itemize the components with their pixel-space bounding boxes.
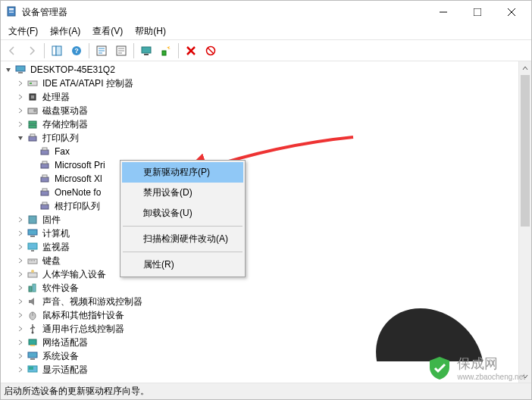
- scroll-up-icon[interactable]: [519, 61, 531, 74]
- statusbar: 启动所选设备的更新驱动程序向导。: [1, 383, 531, 399]
- tool-properties2[interactable]: [112, 42, 130, 60]
- tool-help[interactable]: ?: [67, 42, 86, 60]
- vertical-scrollbar[interactable]: [518, 61, 531, 383]
- svg-rect-13: [162, 51, 166, 55]
- chevron-right-icon[interactable]: [14, 118, 27, 130]
- tree-node-software[interactable]: 软件设备: [1, 281, 531, 295]
- root-label: DESKTOP-45E31Q2: [29, 64, 117, 75]
- svg-rect-25: [29, 136, 36, 141]
- tree-node-computer[interactable]: 计算机: [1, 227, 531, 240]
- svg-rect-35: [41, 205, 49, 209]
- svg-rect-52: [30, 358, 35, 360]
- tree-node-firmware[interactable]: 固件: [1, 213, 531, 227]
- tool-back: [3, 42, 21, 60]
- menu-action[interactable]: 操作(A): [44, 23, 86, 39]
- minimize-button[interactable]: [426, 1, 460, 23]
- svg-rect-4: [474, 8, 481, 16]
- printer-icon: [39, 145, 51, 158]
- svg-rect-40: [28, 243, 37, 249]
- close-button[interactable]: [494, 1, 528, 23]
- svg-rect-39: [30, 236, 35, 237]
- keyboard-icon: [27, 255, 39, 267]
- tool-uninstall[interactable]: [182, 42, 200, 60]
- firmware-icon: [27, 214, 39, 226]
- svg-rect-24: [29, 125, 36, 128]
- tree-node-ide[interactable]: IDE ATA/ATAPI 控制器: [1, 77, 531, 90]
- chevron-right-icon[interactable]: [14, 91, 27, 103]
- computer-icon: [14, 64, 27, 76]
- svg-point-48: [32, 332, 34, 334]
- printer-icon: [39, 200, 51, 212]
- svg-rect-12: [144, 54, 149, 55]
- tree-node-disk[interactable]: 磁盘驱动器: [1, 104, 531, 117]
- chevron-right-icon[interactable]: [14, 227, 27, 239]
- chevron-right-icon[interactable]: [14, 323, 27, 335]
- chevron-right-icon[interactable]: [14, 268, 27, 280]
- menu-file[interactable]: 文件(F): [2, 23, 44, 39]
- tree-node-hid[interactable]: 人体学输入设备: [1, 267, 531, 281]
- svg-rect-20: [31, 95, 34, 98]
- chevron-right-icon[interactable]: [14, 255, 27, 267]
- cm-scan-hardware[interactable]: 扫描检测硬件改动(A): [122, 229, 243, 249]
- tool-show-hide-tree[interactable]: [48, 42, 66, 60]
- svg-rect-50: [30, 345, 35, 346]
- tree-node-fax[interactable]: Fax: [1, 145, 531, 158]
- tool-scan-hardware[interactable]: [157, 42, 175, 60]
- svg-rect-16: [18, 72, 23, 73]
- chevron-right-icon[interactable]: [14, 350, 27, 362]
- chevron-right-icon[interactable]: [14, 309, 27, 321]
- chevron-down-icon[interactable]: [2, 64, 14, 76]
- tree-node-onenote[interactable]: OneNote fo: [1, 186, 531, 199]
- cm-disable-device[interactable]: 禁用设备(D): [122, 183, 243, 203]
- tool-computer[interactable]: [137, 42, 155, 60]
- mouse-icon: [27, 309, 39, 321]
- printer-icon: [27, 132, 39, 144]
- chevron-right-icon[interactable]: [14, 214, 27, 226]
- svg-rect-2: [9, 11, 14, 11]
- svg-rect-49: [29, 339, 36, 345]
- chevron-right-icon[interactable]: [14, 77, 27, 89]
- tree-node-sound[interactable]: 声音、视频和游戏控制器: [1, 295, 531, 308]
- cm-update-driver[interactable]: 更新驱动程序(P): [122, 162, 243, 183]
- tree-node-msxl[interactable]: Microsoft Xl: [1, 172, 531, 186]
- tree-node-rootprintq[interactable]: 根打印队列: [1, 199, 531, 213]
- chevron-right-icon[interactable]: [14, 241, 27, 253]
- tool-properties[interactable]: [92, 42, 111, 60]
- cpu-icon: [27, 91, 39, 103]
- scrollbar-thumb[interactable]: [521, 75, 530, 227]
- chevron-right-icon[interactable]: [14, 282, 27, 294]
- chevron-right-icon[interactable]: [14, 364, 27, 376]
- tree-root[interactable]: DESKTOP-45E31Q2: [1, 63, 531, 77]
- window-controls: [426, 1, 528, 23]
- tool-disable[interactable]: [202, 42, 220, 60]
- printer-icon: [39, 159, 51, 171]
- cm-uninstall-device[interactable]: 卸载设备(U): [122, 203, 243, 223]
- menu-view[interactable]: 查看(V): [86, 23, 129, 39]
- status-text: 启动所选设备的更新驱动程序向导。: [4, 385, 149, 398]
- maximize-button[interactable]: [460, 1, 494, 23]
- svg-rect-41: [31, 250, 34, 252]
- software-icon: [27, 282, 39, 294]
- svg-rect-36: [42, 202, 47, 205]
- menubar: 文件(F) 操作(A) 查看(V) 帮助(H): [1, 23, 531, 40]
- svg-rect-33: [41, 191, 49, 195]
- chevron-right-icon[interactable]: [14, 336, 27, 348]
- display-icon: [27, 364, 39, 376]
- tree-node-storage[interactable]: 存储控制器: [1, 117, 531, 131]
- tree-node-keyboard[interactable]: 键盘: [1, 254, 531, 267]
- printer-icon: [39, 173, 51, 185]
- printer-icon: [39, 186, 51, 198]
- chevron-right-icon[interactable]: [14, 295, 27, 308]
- svg-rect-43: [28, 273, 37, 277]
- tree-node-print-queue[interactable]: 打印队列: [1, 131, 531, 145]
- svg-rect-18: [30, 83, 32, 84]
- tree-node-cpu[interactable]: 处理器: [1, 90, 531, 104]
- tree-node-monitor[interactable]: 监视器: [1, 240, 531, 254]
- chevron-down-icon[interactable]: [14, 132, 27, 144]
- chevron-right-icon[interactable]: [14, 105, 27, 117]
- svg-rect-26: [30, 134, 35, 136]
- menu-help[interactable]: 帮助(H): [129, 23, 172, 39]
- cm-separator: [123, 226, 243, 227]
- tree-node-msprint[interactable]: Microsoft Pri: [1, 158, 531, 172]
- cm-properties[interactable]: 属性(R): [122, 255, 243, 275]
